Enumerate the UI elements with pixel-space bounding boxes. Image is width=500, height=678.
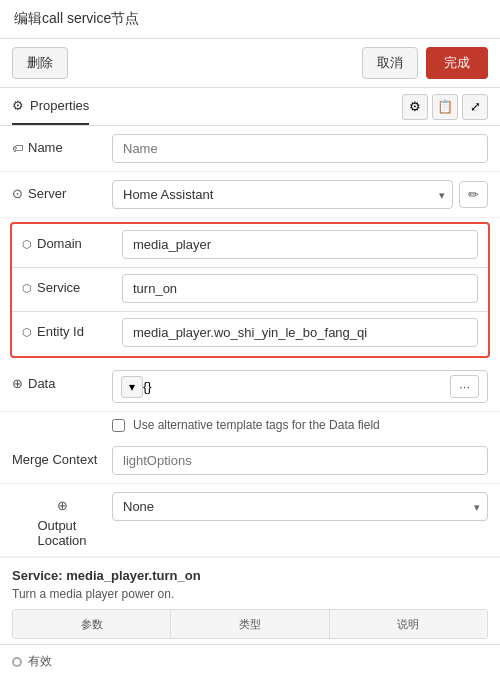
tab-properties-label: Properties xyxy=(30,98,89,113)
data-control: ▾ ··· xyxy=(112,370,488,403)
form-section: Name Server Home Assistant ▾ ✏ Dom xyxy=(0,126,500,557)
merge-context-label: Merge Context xyxy=(12,446,112,467)
data-input[interactable] xyxy=(143,379,450,394)
server-select-wrapper: Home Assistant ▾ xyxy=(112,180,453,209)
server-control: Home Assistant ▾ ✏ xyxy=(112,180,488,209)
domain-row: Domain xyxy=(12,224,488,268)
domain-label-text: Domain xyxy=(37,236,82,251)
alt-template-checkbox[interactable] xyxy=(112,419,125,432)
name-input[interactable] xyxy=(112,134,488,163)
data-label: Data xyxy=(12,370,112,391)
tag-icon xyxy=(12,140,23,155)
name-label-text: Name xyxy=(28,140,63,155)
data-dropdown-arrow: ▾ xyxy=(129,380,135,394)
data-row: Data ▾ ··· xyxy=(0,362,500,412)
service-icon xyxy=(22,280,32,295)
service-title: Service: media_player.turn_on xyxy=(12,568,488,583)
entity-icon xyxy=(22,324,32,339)
data-more-button[interactable]: ··· xyxy=(450,375,479,398)
tab-icon-group: ⚙ 📋 ⤢ xyxy=(402,94,488,120)
name-row: Name xyxy=(0,126,500,172)
toolbar-right: 取消 完成 xyxy=(362,47,488,79)
service-title-prefix: Service: xyxy=(12,568,63,583)
server-label: Server xyxy=(12,180,112,201)
data-label-text: Data xyxy=(28,376,55,391)
service-label-text: Service xyxy=(37,280,80,295)
service-input[interactable] xyxy=(122,274,478,303)
domain-icon xyxy=(22,236,32,251)
service-table-col-3: 说明 xyxy=(330,610,487,638)
alt-template-label: Use alternative template tags for the Da… xyxy=(133,418,380,432)
done-button[interactable]: 完成 xyxy=(426,47,488,79)
merge-context-control xyxy=(112,446,488,475)
server-label-text: Server xyxy=(28,186,66,201)
service-table-col-1: 参数 xyxy=(13,610,171,638)
service-info: Service: media_player.turn_on Turn a med… xyxy=(0,557,500,649)
entity-id-row: Entity Id xyxy=(12,312,488,356)
domain-control xyxy=(122,230,478,259)
service-row: Service xyxy=(12,268,488,312)
tab-icon-file-btn[interactable]: 📋 xyxy=(432,94,458,120)
output-location-label-text: OutputLocation xyxy=(37,518,86,548)
server-select[interactable]: Home Assistant xyxy=(112,180,453,209)
output-location-select-wrapper: None ▾ xyxy=(112,492,488,521)
server-row: Server Home Assistant ▾ ✏ xyxy=(0,172,500,218)
service-label: Service xyxy=(22,274,122,295)
cancel-button[interactable]: 取消 xyxy=(362,47,418,79)
server-icon xyxy=(12,186,23,201)
server-edit-button[interactable]: ✏ xyxy=(459,181,488,208)
gear-icon xyxy=(12,98,24,113)
entity-id-control xyxy=(122,318,478,347)
title-bar: 编辑call service节点 xyxy=(0,0,500,39)
data-icon xyxy=(12,376,23,391)
output-icon xyxy=(57,498,68,513)
data-input-row: ▾ ··· xyxy=(112,370,488,403)
service-description: Turn a media player power on. xyxy=(12,587,488,601)
status-label: 有效 xyxy=(28,653,52,670)
name-label: Name xyxy=(12,134,112,155)
service-title-name: media_player.turn_on xyxy=(66,568,200,583)
name-control xyxy=(112,134,488,163)
output-location-label: OutputLocation xyxy=(12,492,112,548)
delete-button[interactable]: 删除 xyxy=(12,47,68,79)
merge-context-input[interactable] xyxy=(112,446,488,475)
domain-label: Domain xyxy=(22,230,122,251)
merge-context-label-text: Merge Context xyxy=(12,452,97,467)
entity-id-label: Entity Id xyxy=(22,318,122,339)
tab-icon-expand-btn[interactable]: ⤢ xyxy=(462,94,488,120)
output-location-row: OutputLocation None ▾ xyxy=(0,484,500,557)
service-control xyxy=(122,274,478,303)
status-dot xyxy=(12,657,22,667)
merge-context-row: Merge Context xyxy=(0,438,500,484)
tab-icon-gear-btn[interactable]: ⚙ xyxy=(402,94,428,120)
status-bar: 有效 xyxy=(0,644,500,678)
service-table-col-2: 类型 xyxy=(171,610,329,638)
output-location-control: None ▾ xyxy=(112,492,488,521)
toolbar: 删除 取消 完成 xyxy=(0,39,500,88)
alt-template-row: Use alternative template tags for the Da… xyxy=(0,412,500,438)
domain-input[interactable] xyxy=(122,230,478,259)
tab-properties[interactable]: Properties xyxy=(12,88,89,125)
entity-id-input[interactable] xyxy=(122,318,478,347)
page-title: 编辑call service节点 xyxy=(14,10,139,26)
tab-bar: Properties ⚙ 📋 ⤢ xyxy=(0,88,500,126)
data-dropdown-button[interactable]: ▾ xyxy=(121,376,143,398)
highlighted-group: Domain Service Entity Id xyxy=(10,222,490,358)
output-location-select[interactable]: None xyxy=(112,492,488,521)
service-table-preview: 参数 类型 说明 xyxy=(12,609,488,639)
entity-id-label-text: Entity Id xyxy=(37,324,84,339)
